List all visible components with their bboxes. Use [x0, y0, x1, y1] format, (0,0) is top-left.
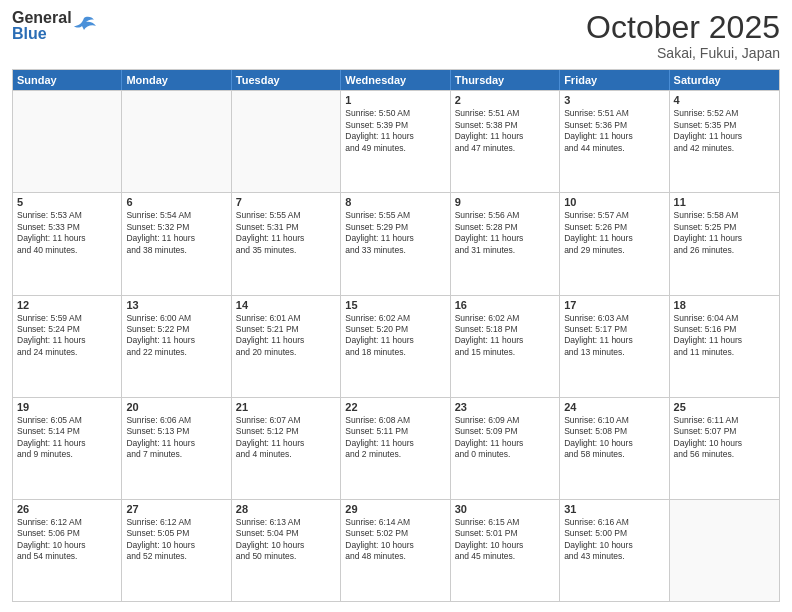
calendar-cell: 2Sunrise: 5:51 AM Sunset: 5:38 PM Daylig… — [451, 91, 560, 192]
cell-info: Sunrise: 5:51 AM Sunset: 5:36 PM Dayligh… — [564, 108, 664, 154]
cell-date: 9 — [455, 196, 555, 208]
cell-info: Sunrise: 5:50 AM Sunset: 5:39 PM Dayligh… — [345, 108, 445, 154]
cell-date: 20 — [126, 401, 226, 413]
day-header-saturday: Saturday — [670, 70, 779, 90]
cell-info: Sunrise: 6:05 AM Sunset: 5:14 PM Dayligh… — [17, 415, 117, 461]
cell-info: Sunrise: 6:12 AM Sunset: 5:05 PM Dayligh… — [126, 517, 226, 563]
cell-info: Sunrise: 6:07 AM Sunset: 5:12 PM Dayligh… — [236, 415, 336, 461]
cell-date: 14 — [236, 299, 336, 311]
cell-info: Sunrise: 5:51 AM Sunset: 5:38 PM Dayligh… — [455, 108, 555, 154]
cell-date: 13 — [126, 299, 226, 311]
day-headers-row: SundayMondayTuesdayWednesdayThursdayFrid… — [13, 70, 779, 90]
cell-info: Sunrise: 5:55 AM Sunset: 5:31 PM Dayligh… — [236, 210, 336, 256]
cell-info: Sunrise: 6:04 AM Sunset: 5:16 PM Dayligh… — [674, 313, 775, 359]
cell-info: Sunrise: 6:09 AM Sunset: 5:09 PM Dayligh… — [455, 415, 555, 461]
calendar-week-2: 12Sunrise: 5:59 AM Sunset: 5:24 PM Dayli… — [13, 295, 779, 397]
cell-date: 2 — [455, 94, 555, 106]
logo: General Blue — [12, 10, 96, 42]
cell-date: 21 — [236, 401, 336, 413]
cell-date: 30 — [455, 503, 555, 515]
calendar-cell: 25Sunrise: 6:11 AM Sunset: 5:07 PM Dayli… — [670, 398, 779, 499]
cell-info: Sunrise: 5:59 AM Sunset: 5:24 PM Dayligh… — [17, 313, 117, 359]
page-container: General Blue October 2025 Sakai, Fukui, … — [0, 0, 792, 612]
cell-date: 16 — [455, 299, 555, 311]
calendar: SundayMondayTuesdayWednesdayThursdayFrid… — [12, 69, 780, 602]
day-header-thursday: Thursday — [451, 70, 560, 90]
calendar-cell: 5Sunrise: 5:53 AM Sunset: 5:33 PM Daylig… — [13, 193, 122, 294]
day-header-sunday: Sunday — [13, 70, 122, 90]
cell-info: Sunrise: 5:58 AM Sunset: 5:25 PM Dayligh… — [674, 210, 775, 256]
calendar-cell: 3Sunrise: 5:51 AM Sunset: 5:36 PM Daylig… — [560, 91, 669, 192]
cell-date: 5 — [17, 196, 117, 208]
cell-date: 8 — [345, 196, 445, 208]
calendar-cell — [232, 91, 341, 192]
cell-date: 27 — [126, 503, 226, 515]
logo-blue-text: Blue — [12, 26, 72, 42]
cell-date: 22 — [345, 401, 445, 413]
cell-date: 1 — [345, 94, 445, 106]
calendar-cell: 30Sunrise: 6:15 AM Sunset: 5:01 PM Dayli… — [451, 500, 560, 601]
calendar-cell: 16Sunrise: 6:02 AM Sunset: 5:18 PM Dayli… — [451, 296, 560, 397]
cell-date: 24 — [564, 401, 664, 413]
cell-info: Sunrise: 6:11 AM Sunset: 5:07 PM Dayligh… — [674, 415, 775, 461]
calendar-cell — [122, 91, 231, 192]
logo-general-text: General — [12, 10, 72, 26]
day-header-friday: Friday — [560, 70, 669, 90]
calendar-cell: 18Sunrise: 6:04 AM Sunset: 5:16 PM Dayli… — [670, 296, 779, 397]
calendar-cell: 22Sunrise: 6:08 AM Sunset: 5:11 PM Dayli… — [341, 398, 450, 499]
logo-bird-icon — [74, 16, 96, 36]
cell-info: Sunrise: 5:56 AM Sunset: 5:28 PM Dayligh… — [455, 210, 555, 256]
calendar-cell: 15Sunrise: 6:02 AM Sunset: 5:20 PM Dayli… — [341, 296, 450, 397]
calendar-cell: 28Sunrise: 6:13 AM Sunset: 5:04 PM Dayli… — [232, 500, 341, 601]
cell-date: 17 — [564, 299, 664, 311]
cell-info: Sunrise: 5:52 AM Sunset: 5:35 PM Dayligh… — [674, 108, 775, 154]
calendar-cell: 20Sunrise: 6:06 AM Sunset: 5:13 PM Dayli… — [122, 398, 231, 499]
calendar-cell: 24Sunrise: 6:10 AM Sunset: 5:08 PM Dayli… — [560, 398, 669, 499]
calendar-cell: 26Sunrise: 6:12 AM Sunset: 5:06 PM Dayli… — [13, 500, 122, 601]
calendar-cell: 27Sunrise: 6:12 AM Sunset: 5:05 PM Dayli… — [122, 500, 231, 601]
cell-info: Sunrise: 6:16 AM Sunset: 5:00 PM Dayligh… — [564, 517, 664, 563]
cell-info: Sunrise: 6:15 AM Sunset: 5:01 PM Dayligh… — [455, 517, 555, 563]
cell-info: Sunrise: 6:12 AM Sunset: 5:06 PM Dayligh… — [17, 517, 117, 563]
day-header-monday: Monday — [122, 70, 231, 90]
cell-info: Sunrise: 6:01 AM Sunset: 5:21 PM Dayligh… — [236, 313, 336, 359]
calendar-week-0: 1Sunrise: 5:50 AM Sunset: 5:39 PM Daylig… — [13, 90, 779, 192]
calendar-cell: 14Sunrise: 6:01 AM Sunset: 5:21 PM Dayli… — [232, 296, 341, 397]
cell-info: Sunrise: 6:02 AM Sunset: 5:20 PM Dayligh… — [345, 313, 445, 359]
calendar-cell: 10Sunrise: 5:57 AM Sunset: 5:26 PM Dayli… — [560, 193, 669, 294]
calendar-cell: 6Sunrise: 5:54 AM Sunset: 5:32 PM Daylig… — [122, 193, 231, 294]
cell-info: Sunrise: 6:06 AM Sunset: 5:13 PM Dayligh… — [126, 415, 226, 461]
cell-date: 25 — [674, 401, 775, 413]
calendar-cell: 8Sunrise: 5:55 AM Sunset: 5:29 PM Daylig… — [341, 193, 450, 294]
cell-date: 15 — [345, 299, 445, 311]
cell-date: 28 — [236, 503, 336, 515]
cell-date: 10 — [564, 196, 664, 208]
calendar-cell: 29Sunrise: 6:14 AM Sunset: 5:02 PM Dayli… — [341, 500, 450, 601]
calendar-cell: 9Sunrise: 5:56 AM Sunset: 5:28 PM Daylig… — [451, 193, 560, 294]
calendar-cell: 19Sunrise: 6:05 AM Sunset: 5:14 PM Dayli… — [13, 398, 122, 499]
cell-info: Sunrise: 6:08 AM Sunset: 5:11 PM Dayligh… — [345, 415, 445, 461]
calendar-week-1: 5Sunrise: 5:53 AM Sunset: 5:33 PM Daylig… — [13, 192, 779, 294]
calendar-cell: 23Sunrise: 6:09 AM Sunset: 5:09 PM Dayli… — [451, 398, 560, 499]
cell-info: Sunrise: 5:53 AM Sunset: 5:33 PM Dayligh… — [17, 210, 117, 256]
calendar-cell: 12Sunrise: 5:59 AM Sunset: 5:24 PM Dayli… — [13, 296, 122, 397]
cell-info: Sunrise: 5:55 AM Sunset: 5:29 PM Dayligh… — [345, 210, 445, 256]
cell-date: 18 — [674, 299, 775, 311]
calendar-grid: 1Sunrise: 5:50 AM Sunset: 5:39 PM Daylig… — [13, 90, 779, 601]
cell-date: 26 — [17, 503, 117, 515]
cell-info: Sunrise: 6:10 AM Sunset: 5:08 PM Dayligh… — [564, 415, 664, 461]
cell-info: Sunrise: 6:03 AM Sunset: 5:17 PM Dayligh… — [564, 313, 664, 359]
cell-date: 29 — [345, 503, 445, 515]
cell-date: 4 — [674, 94, 775, 106]
cell-date: 31 — [564, 503, 664, 515]
cell-info: Sunrise: 6:13 AM Sunset: 5:04 PM Dayligh… — [236, 517, 336, 563]
cell-info: Sunrise: 5:54 AM Sunset: 5:32 PM Dayligh… — [126, 210, 226, 256]
calendar-cell: 11Sunrise: 5:58 AM Sunset: 5:25 PM Dayli… — [670, 193, 779, 294]
cell-info: Sunrise: 6:14 AM Sunset: 5:02 PM Dayligh… — [345, 517, 445, 563]
cell-info: Sunrise: 5:57 AM Sunset: 5:26 PM Dayligh… — [564, 210, 664, 256]
location-title: Sakai, Fukui, Japan — [586, 45, 780, 61]
cell-date: 3 — [564, 94, 664, 106]
page-header: General Blue October 2025 Sakai, Fukui, … — [12, 10, 780, 61]
calendar-week-4: 26Sunrise: 6:12 AM Sunset: 5:06 PM Dayli… — [13, 499, 779, 601]
day-header-wednesday: Wednesday — [341, 70, 450, 90]
